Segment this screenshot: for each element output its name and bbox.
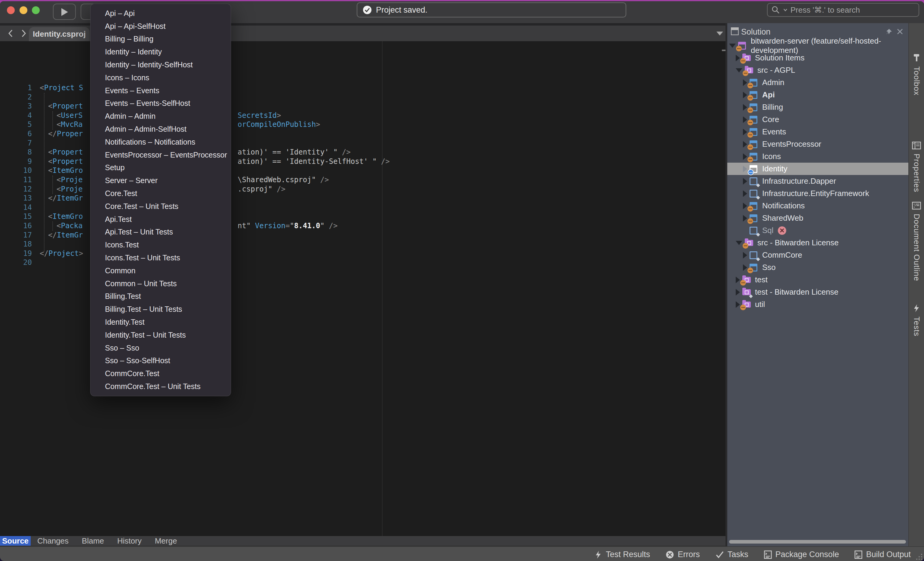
statusbar-test-results-button[interactable]: Test Results bbox=[594, 550, 650, 559]
expander-closed-icon[interactable] bbox=[743, 215, 747, 221]
solution-tree-item[interactable]: Infrastructure.EntityFramework bbox=[727, 187, 908, 200]
resize-grip[interactable] bbox=[916, 553, 922, 560]
config-menu-item[interactable]: Admin – Admin-SelfHost bbox=[90, 123, 231, 136]
statusbar-errors-button[interactable]: Errors bbox=[666, 550, 700, 559]
config-menu-item[interactable]: Events – Events bbox=[90, 84, 231, 97]
expander-closed-icon[interactable] bbox=[743, 190, 747, 197]
expander-open-icon[interactable] bbox=[736, 68, 742, 72]
solution-tree-item[interactable]: Sso bbox=[727, 261, 908, 274]
expander-closed-icon[interactable] bbox=[743, 203, 747, 209]
close-window-button[interactable] bbox=[7, 6, 15, 14]
config-menu-item[interactable]: Admin – Admin bbox=[90, 110, 231, 123]
config-menu-item[interactable]: Core.Test bbox=[90, 187, 231, 200]
expander-closed-icon[interactable] bbox=[743, 252, 747, 259]
config-menu-item[interactable]: Setup bbox=[90, 162, 231, 174]
config-menu-item[interactable]: Sso – Sso bbox=[90, 341, 231, 355]
pad-tab-tests[interactable]: Tests bbox=[909, 304, 924, 337]
config-menu-item[interactable]: Server – Server bbox=[90, 174, 231, 187]
solution-tree-item[interactable]: EventsProcessor bbox=[727, 138, 908, 150]
config-menu-item[interactable]: Identity.Test – Unit Tests bbox=[90, 329, 231, 341]
statusbar-package-console-button[interactable]: Package Console bbox=[764, 550, 839, 559]
statusbar-build-output-button[interactable]: Build Output bbox=[855, 550, 911, 559]
config-menu-item[interactable]: Notifications – Notifications bbox=[90, 136, 231, 148]
solution-tree-item[interactable]: src - AGPL bbox=[727, 64, 908, 76]
statusbar-tasks-button[interactable]: Tasks bbox=[716, 550, 748, 559]
git-tab-blame[interactable]: Blame bbox=[75, 536, 111, 546]
solution-tree-item[interactable]: test - Bitwarden License bbox=[727, 286, 908, 298]
expander-closed-icon[interactable] bbox=[736, 55, 740, 61]
config-menu-item[interactable]: Api – Api-SelfHost bbox=[90, 20, 231, 33]
run-button[interactable] bbox=[53, 4, 76, 20]
config-menu-item[interactable]: Billing.Test – Unit Tests bbox=[90, 303, 231, 316]
expander-closed-icon[interactable] bbox=[743, 166, 747, 172]
config-menu-item[interactable]: Common bbox=[90, 264, 231, 277]
navigate-back-button[interactable] bbox=[7, 28, 14, 39]
pad-tab-toolbox[interactable]: Toolbox bbox=[909, 53, 924, 96]
pin-pad-icon[interactable] bbox=[885, 28, 893, 36]
git-tab-history[interactable]: History bbox=[111, 536, 148, 546]
git-tab-merge[interactable]: Merge bbox=[148, 536, 184, 546]
pad-tab-properties[interactable]: Properties bbox=[909, 142, 924, 192]
config-menu-item[interactable]: Icons.Test – Unit Tests bbox=[90, 251, 231, 264]
expander-closed-icon[interactable] bbox=[743, 264, 747, 271]
solution-tree-item[interactable]: Core bbox=[727, 113, 908, 126]
tab-identity-csproj[interactable]: Identity.csproj bbox=[29, 27, 90, 41]
zoom-window-button[interactable] bbox=[32, 6, 40, 14]
config-menu-item[interactable]: Events – Events-SelfHost bbox=[90, 97, 231, 110]
solution-tree-item[interactable]: Solution Items bbox=[727, 52, 908, 64]
expander-closed-icon[interactable] bbox=[736, 301, 740, 308]
solution-tree-item[interactable]: Identity bbox=[727, 163, 908, 175]
config-menu-item[interactable]: Api – Api bbox=[90, 7, 231, 20]
solution-tree-item[interactable]: util bbox=[727, 298, 908, 311]
pad-tab-document-outline[interactable]: Document Outline bbox=[909, 202, 924, 281]
pad-horizontal-scrollbar[interactable] bbox=[729, 540, 906, 543]
expander-closed-icon[interactable] bbox=[743, 104, 747, 111]
minimize-window-button[interactable] bbox=[20, 6, 27, 14]
config-menu-item[interactable]: Api.Test – Unit Tests bbox=[90, 226, 231, 239]
config-menu-item[interactable]: Identity – Identity-SelfHost bbox=[90, 58, 231, 71]
close-pad-icon[interactable] bbox=[896, 28, 903, 35]
config-menu-item[interactable]: Core.Test – Unit Tests bbox=[90, 200, 231, 213]
solution-tree-item[interactable]: test bbox=[727, 274, 908, 286]
solution-tree-item[interactable]: Infrastructure.Dapper bbox=[727, 175, 908, 187]
config-menu-item[interactable]: Api.Test bbox=[90, 213, 231, 226]
solution-tree-item[interactable]: Sql bbox=[727, 224, 908, 236]
config-menu-item[interactable]: Icons.Test bbox=[90, 238, 231, 251]
config-menu-item[interactable]: Identity – Identity bbox=[90, 45, 231, 58]
solution-tree-item[interactable]: SharedWeb bbox=[727, 212, 908, 224]
config-menu-item[interactable]: Identity.Test bbox=[90, 316, 231, 329]
expander-closed-icon[interactable] bbox=[743, 178, 747, 185]
expander-open-icon[interactable] bbox=[736, 241, 742, 245]
navigate-forward-button[interactable] bbox=[20, 28, 28, 39]
expander-closed-icon[interactable] bbox=[743, 79, 747, 86]
expander-open-icon[interactable] bbox=[729, 43, 736, 48]
expander-closed-icon[interactable] bbox=[743, 92, 747, 98]
solution-tree-item[interactable]: src - Bitwarden License bbox=[727, 236, 908, 249]
config-menu-item[interactable]: EventsProcessor – EventsProcessor bbox=[90, 148, 231, 162]
git-tab-source[interactable]: Source bbox=[0, 536, 31, 546]
config-menu-item[interactable]: Billing.Test bbox=[90, 290, 231, 303]
solution-tree-item[interactable]: Events bbox=[727, 126, 908, 138]
tab-list-dropdown-icon[interactable] bbox=[717, 31, 723, 36]
solution-tree-item[interactable]: Admin bbox=[727, 76, 908, 89]
config-menu-item[interactable]: Common – Unit Tests bbox=[90, 277, 231, 290]
expander-closed-icon[interactable] bbox=[736, 289, 740, 296]
solution-tree-item[interactable]: Billing bbox=[727, 101, 908, 113]
expander-closed-icon[interactable] bbox=[743, 129, 747, 135]
solution-tree-item[interactable]: bitwarden-server (feature/self-hosted-de… bbox=[727, 39, 908, 52]
expander-closed-icon[interactable] bbox=[743, 153, 747, 160]
expander-closed-icon[interactable] bbox=[743, 116, 747, 123]
search-input[interactable]: Press '⌘.' to search bbox=[767, 3, 919, 17]
expander-closed-icon[interactable] bbox=[743, 141, 747, 148]
solution-tree-item[interactable]: Notifications bbox=[727, 200, 908, 212]
expander-closed-icon[interactable] bbox=[736, 277, 740, 283]
config-menu-item[interactable]: Sso – Sso-SelfHost bbox=[90, 355, 231, 367]
solution-tree-item[interactable]: Api bbox=[727, 89, 908, 101]
config-menu-item[interactable]: CommCore.Test bbox=[90, 367, 231, 380]
config-menu-item[interactable]: Billing – Billing bbox=[90, 33, 231, 46]
solution-tree-item[interactable]: Icons bbox=[727, 150, 908, 163]
git-tab-changes[interactable]: Changes bbox=[31, 536, 75, 546]
solution-tree-item[interactable]: CommCore bbox=[727, 249, 908, 261]
config-menu-item[interactable]: CommCore.Test – Unit Tests bbox=[90, 380, 231, 393]
config-menu-item[interactable]: Icons – Icons bbox=[90, 71, 231, 84]
